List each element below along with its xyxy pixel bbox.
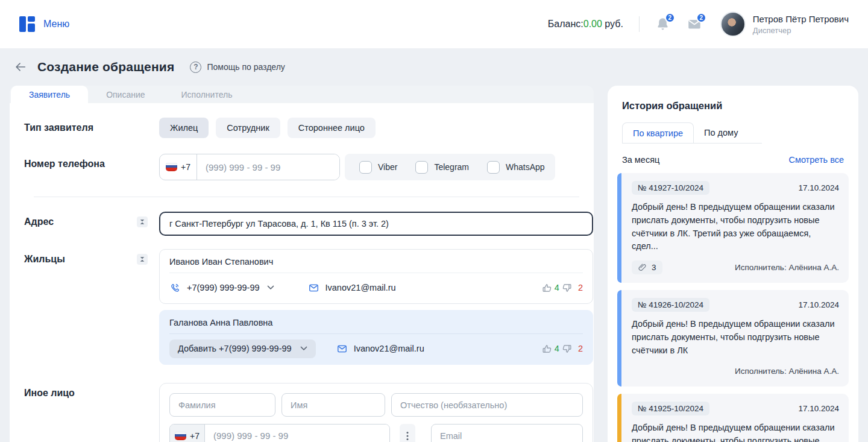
applicant-tab-panel: Тип заявителя Жилец Сотрудник Стороннее … — [10, 103, 594, 442]
history-card[interactable]: № 41925-10/2024 17.10.2024 Добрый день! … — [617, 394, 849, 442]
applicant-type-resident-button[interactable]: Жилец — [159, 118, 209, 138]
vertical-dots-icon — [406, 431, 409, 441]
attachments-count: 3 — [652, 263, 656, 272]
messages-count-badge: 2 — [696, 13, 706, 23]
dislikes-count: 2 — [578, 344, 583, 353]
executor-label: Исполнитель: Алёнина А.А. — [735, 263, 839, 272]
email-input[interactable] — [431, 424, 583, 442]
whatsapp-checkbox[interactable] — [487, 161, 500, 174]
thumbs-up-icon[interactable] — [542, 344, 552, 354]
attachments-pill[interactable]: 3 — [632, 260, 662, 274]
balance-currency: руб. — [602, 19, 623, 29]
page-title-row: Создание обращения ? Помощь по разделу — [0, 48, 868, 86]
country-code-selector[interactable]: +7 — [160, 154, 197, 180]
residents-label: Жильцы — [24, 254, 65, 265]
chevron-down-icon — [267, 285, 274, 290]
phone-label: Номер телефона — [24, 159, 105, 169]
applicant-type-label: Тип заявителя — [24, 122, 93, 133]
history-card[interactable]: № 41927-10/2024 17.10.2024 Добрый день! … — [617, 173, 849, 283]
first-name-input[interactable] — [281, 393, 385, 417]
other-phone-input-group: +7 — [169, 424, 390, 442]
page-title: Создание обращения — [37, 60, 174, 74]
collapse-icon — [139, 218, 146, 226]
balance-value: 0.00 — [583, 19, 602, 29]
last-name-input[interactable] — [169, 393, 275, 417]
ringing-phone-icon — [169, 282, 181, 294]
tab-description[interactable]: Описание — [88, 86, 163, 103]
resident-phone-dropdown[interactable]: +7(999) 999-99-99 — [169, 282, 274, 294]
thumbs-up-icon[interactable] — [542, 283, 552, 293]
other-person-card: +7 — [159, 383, 593, 442]
status-accent-bar — [617, 394, 621, 442]
resident-card[interactable]: Иванов Иван Степанович +7(999) 999-99-99 — [159, 249, 593, 304]
russia-flag-icon — [175, 432, 186, 440]
address-row: Адрес — [24, 212, 579, 236]
back-button[interactable] — [12, 58, 29, 75]
mail-icon — [308, 282, 319, 294]
tab-by-apartment[interactable]: По квартире — [622, 122, 694, 143]
viber-checkbox[interactable] — [359, 161, 372, 174]
viber-checkbox-option[interactable]: Viber — [359, 161, 397, 174]
back-arrow-icon — [14, 60, 27, 74]
history-list: № 41927-10/2024 17.10.2024 Добрый день! … — [617, 173, 849, 442]
view-all-link[interactable]: Смотреть все — [788, 155, 844, 165]
collapse-icon — [139, 256, 146, 263]
resident-email-link[interactable]: Ivanov21@mail.ru — [308, 282, 396, 294]
phone-input-group: +7 — [159, 154, 340, 180]
executor-label: Исполнитель: Алёнина А.А. — [735, 367, 839, 376]
messages-button[interactable]: 2 — [687, 16, 702, 32]
user-name: Петров Пётр Петрович — [753, 14, 849, 24]
address-label: Адрес — [24, 216, 54, 227]
other-person-label: Иное лицо — [24, 388, 75, 399]
tab-by-building[interactable]: По дому — [694, 122, 748, 143]
request-text: Добрый день! В предыдущем обращении сказ… — [632, 201, 839, 253]
user-info[interactable]: Петров Пётр Петрович Диспетчер — [753, 14, 849, 35]
thumbs-down-icon[interactable] — [562, 283, 572, 293]
other-phone-input[interactable] — [205, 425, 389, 442]
phone-input[interactable] — [197, 154, 339, 180]
request-number-badge: № 41925-10/2024 — [632, 402, 709, 415]
resident-name: Галанова Анна Павловна — [169, 318, 583, 327]
user-role: Диспетчер — [753, 26, 849, 35]
address-input[interactable] — [159, 212, 593, 236]
balance: Баланс:0.00 руб. — [548, 19, 623, 30]
residents-collapse-button[interactable] — [137, 254, 148, 265]
tab-applicant[interactable]: Заявитель — [11, 86, 88, 103]
applicant-type-third-party-button[interactable]: Стороннее лицо — [288, 118, 376, 138]
request-form-panel: Заявитель Описание Исполнитель Тип заяви… — [10, 86, 594, 442]
status-accent-bar — [617, 290, 621, 387]
notifications-button[interactable]: 2 — [655, 16, 671, 32]
country-code-selector[interactable]: +7 — [170, 425, 205, 442]
history-card[interactable]: № 41926-10/2024 17.10.2024 Добрый день! … — [617, 290, 849, 387]
history-title: История обращений — [617, 100, 849, 112]
likes-count: 4 — [555, 344, 559, 353]
address-collapse-button[interactable] — [137, 216, 148, 227]
tab-executor[interactable]: Исполнитель — [163, 86, 251, 103]
middle-name-input[interactable] — [391, 393, 583, 417]
telegram-checkbox-option[interactable]: Telegram — [415, 161, 469, 174]
add-phone-button[interactable]: Добавить +7(999) 999-99-99 — [169, 339, 316, 358]
likes-count: 4 — [555, 283, 559, 292]
mail-icon — [336, 343, 348, 355]
history-tabs: По квартире По дому — [622, 122, 762, 144]
country-code: +7 — [190, 431, 200, 441]
menu-button[interactable]: Меню — [43, 19, 69, 30]
balance-label: Баланс: — [548, 19, 583, 29]
applicant-type-employee-button[interactable]: Сотрудник — [216, 118, 280, 138]
thumbs-down-icon[interactable] — [562, 344, 572, 354]
resident-card-selected[interactable]: Галанова Анна Павловна Добавить +7(999) … — [159, 310, 593, 365]
period-label: За месяц — [622, 155, 659, 165]
resident-email-link[interactable]: Ivanov21@mail.ru — [336, 343, 424, 355]
request-text: Добрый день! В предыдущем обращении сказ… — [632, 318, 839, 357]
status-accent-bar — [617, 173, 621, 283]
header-divider — [639, 16, 640, 32]
app-logo-icon[interactable] — [19, 16, 35, 32]
content-area: Заявитель Описание Исполнитель Тип заяви… — [0, 86, 868, 442]
more-options-button[interactable] — [400, 424, 415, 442]
request-number-badge: № 41927-10/2024 — [632, 181, 709, 195]
telegram-checkbox[interactable] — [415, 161, 428, 174]
help-link[interactable]: ? Помощь по разделу — [190, 62, 285, 73]
user-avatar[interactable] — [720, 11, 746, 37]
whatsapp-checkbox-option[interactable]: WhatsApp — [487, 161, 545, 174]
app-header: Меню Баланс:0.00 руб. 2 2 Петров Пётр Пе… — [0, 0, 868, 48]
